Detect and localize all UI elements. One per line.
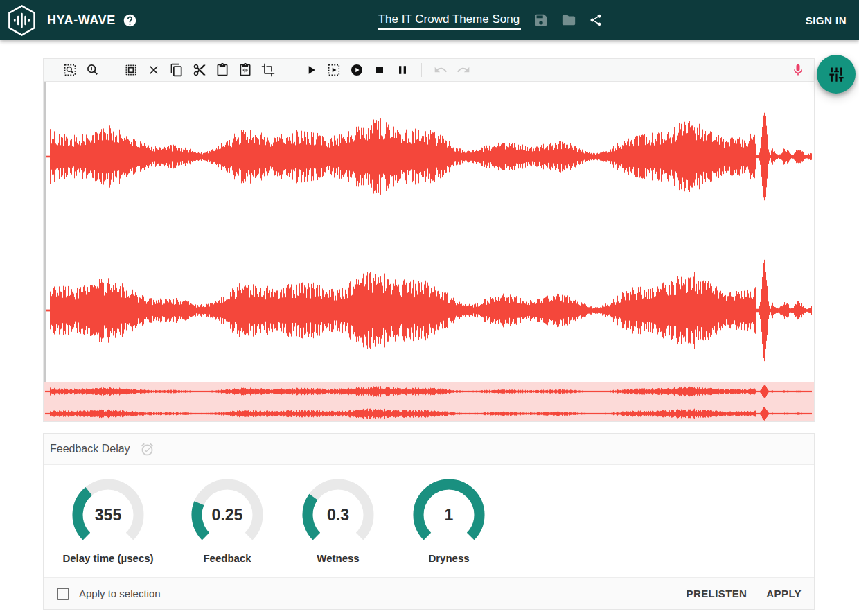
header-center [175, 11, 806, 30]
knob-label: Dryness [393, 552, 504, 564]
share-button[interactable] [589, 13, 603, 27]
play-all-button[interactable] [350, 63, 364, 77]
editor-panel [43, 58, 815, 422]
app-header: HYA-WAVE SIGN IN [0, 0, 859, 40]
knob-feedback[interactable]: 0.25 Feedback [172, 465, 283, 577]
copy-button[interactable] [170, 63, 184, 77]
play-icon [304, 63, 318, 77]
microphone-icon [791, 63, 805, 77]
effect-actions-row: Apply to selection PRELISTEN APPLY [44, 577, 814, 609]
open-file-button[interactable] [561, 12, 576, 28]
redo-icon [457, 63, 470, 77]
crop-button[interactable] [261, 63, 275, 77]
record-button[interactable] [791, 63, 805, 77]
knob-value: 355 [70, 506, 146, 525]
waveform-canvas[interactable] [44, 82, 814, 382]
effect-title: Feedback Delay [50, 443, 130, 455]
stop-icon [373, 63, 387, 77]
knob-label: Feedback [172, 552, 283, 564]
help-button[interactable] [123, 13, 137, 28]
close-icon [147, 63, 161, 77]
scissors-icon [193, 63, 206, 77]
waveform-view [44, 82, 814, 382]
header-right: SIGN IN [806, 15, 859, 26]
knob-wetness[interactable]: 0.3 Wetness [283, 465, 393, 577]
knob-delay-time[interactable]: 355 Delay time (µsecs) [53, 465, 163, 577]
knob-label: Delay time (µsecs) [53, 552, 163, 564]
mix-paste-button[interactable] [238, 63, 252, 77]
apply-to-selection-label: Apply to selection [79, 588, 161, 599]
app-logo-icon[interactable] [6, 4, 37, 37]
paste-button[interactable] [215, 63, 229, 77]
track-title-input[interactable] [378, 11, 521, 30]
alarm-check-icon [140, 442, 154, 457]
stop-button[interactable] [373, 63, 387, 77]
toolbar-separator [112, 63, 112, 77]
editor-toolbar [44, 59, 814, 82]
knob-label: Wetness [283, 552, 393, 564]
redo-button[interactable] [457, 63, 470, 77]
cut-button[interactable] [193, 63, 206, 77]
play-selection-button[interactable] [327, 63, 341, 77]
zoom-selection-button[interactable] [63, 63, 77, 77]
knob-value: 0.3 [300, 506, 376, 525]
overview-minimap[interactable] [44, 382, 814, 421]
crop-icon [261, 63, 275, 77]
zoom-button[interactable] [86, 63, 100, 77]
clear-selection-button[interactable] [147, 63, 161, 77]
prelisten-button[interactable]: PRELISTEN [685, 583, 749, 604]
apply-to-selection-checkbox[interactable] [57, 588, 69, 600]
zoom-icon [86, 63, 100, 77]
brand-title: HYA-WAVE [47, 13, 116, 28]
save-icon [533, 12, 549, 28]
knob-value: 1 [411, 506, 487, 525]
play-button[interactable] [304, 63, 318, 77]
copy-icon [170, 63, 184, 77]
knob-value: 0.25 [189, 506, 265, 525]
share-icon [589, 13, 603, 27]
play-circle-icon [350, 63, 364, 77]
help-icon [123, 13, 137, 28]
knob-dryness[interactable]: 1 Dryness [393, 465, 504, 577]
header-left: HYA-WAVE [0, 4, 137, 37]
tune-icon [827, 65, 846, 84]
undo-button[interactable] [434, 63, 448, 77]
toolbar-separator [421, 63, 422, 77]
select-all-button[interactable] [124, 63, 138, 77]
effect-panel: Feedback Delay 355 Delay time (µsecs) 0.… [43, 433, 815, 610]
effect-panel-header: Feedback Delay [44, 434, 814, 465]
paste-icon [215, 63, 229, 77]
pause-button[interactable] [396, 63, 409, 77]
knobs-row: 355 Delay time (µsecs) 0.25 Feedback 0.3… [44, 465, 814, 577]
pause-icon [396, 63, 409, 77]
sign-in-button[interactable]: SIGN IN [806, 15, 847, 26]
play-selection-icon [327, 63, 341, 77]
effects-settings-fab[interactable] [817, 55, 856, 94]
save-button[interactable] [533, 12, 549, 28]
apply-button[interactable]: APPLY [765, 583, 803, 604]
folder-icon [561, 12, 576, 28]
select-all-icon [124, 63, 138, 77]
zoom-selection-icon [63, 63, 77, 77]
mix-paste-icon [238, 63, 252, 77]
undo-icon [434, 63, 448, 77]
